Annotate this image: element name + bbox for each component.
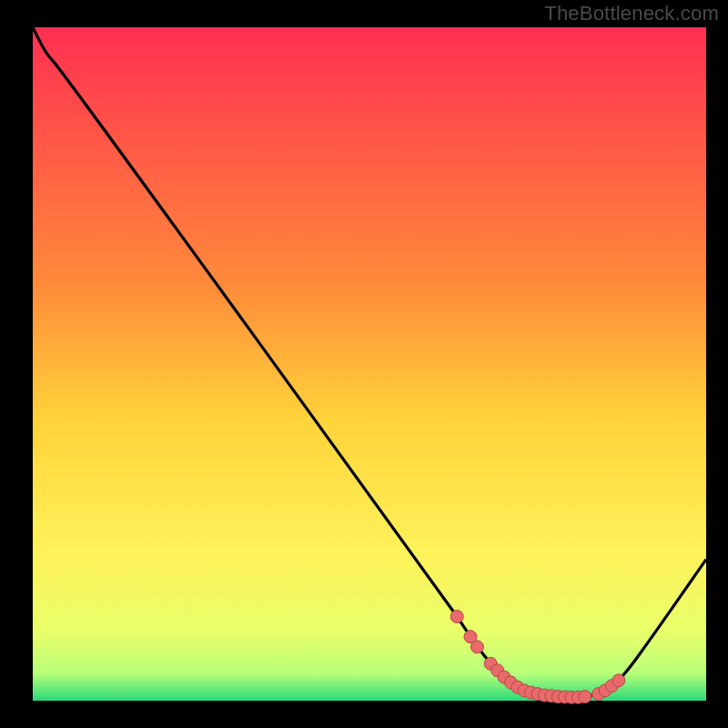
chart-frame: TheBottleneck.com xyxy=(0,0,728,728)
marker-dot xyxy=(612,674,625,687)
plot-area xyxy=(33,27,706,701)
attribution-label: TheBottleneck.com xyxy=(544,2,719,25)
bottleneck-chart xyxy=(0,0,728,728)
marker-dot xyxy=(579,691,592,703)
marker-dot xyxy=(470,641,483,653)
marker-dot xyxy=(450,611,463,623)
